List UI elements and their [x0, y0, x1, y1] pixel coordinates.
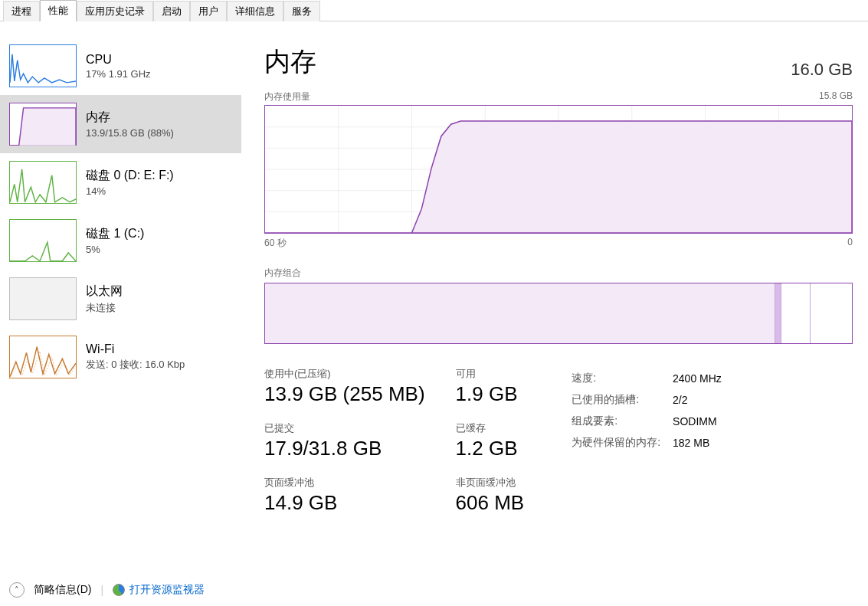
sidebar-item-sub: 未连接 [86, 301, 232, 315]
tab-startup[interactable]: 启动 [153, 1, 190, 21]
sidebar-item-label: 磁盘 0 (D: E: F:) [86, 168, 232, 184]
sidebar-item-label: 磁盘 1 (C:) [86, 226, 232, 242]
memory-specs: 速度: 2400 MHz 已使用的插槽: 2/2 组成要素: SODIMM 为硬… [570, 367, 734, 515]
stat-label: 使用中(已压缩) [264, 367, 425, 381]
composition-in-use [265, 283, 775, 343]
sidebar-item-disk-0[interactable]: 磁盘 0 (D: E: F:) 14% [0, 153, 241, 211]
wifi-sparkline-icon [9, 336, 77, 378]
performance-sidebar: CPU 17% 1.91 GHz 内存 13.9/15.8 GB (88%) 磁… [0, 21, 241, 574]
stat-label: 已提交 [264, 421, 425, 435]
sidebar-item-memory[interactable]: 内存 13.9/15.8 GB (88%) [0, 95, 241, 153]
sidebar-item-label: 内存 [86, 110, 232, 126]
stat-value: 17.9/31.8 GB [264, 437, 425, 460]
stat-value: 13.9 GB (255 MB) [264, 382, 425, 406]
chart-label-left: 内存使用量 [264, 90, 310, 103]
chevron-up-icon[interactable]: ˄ [9, 582, 25, 598]
sidebar-item-sub: 13.9/15.8 GB (88%) [86, 127, 232, 139]
chart-x-left: 60 秒 [264, 237, 287, 250]
tab-strip: 进程 性能 应用历史记录 启动 用户 详细信息 服务 [0, 0, 868, 21]
open-resource-monitor-link[interactable]: 打开资源监视器 [113, 583, 205, 597]
memory-composition-bar [264, 283, 853, 344]
spec-speed-label: 速度: [572, 369, 671, 388]
sidebar-item-label: Wi-Fi [86, 342, 232, 356]
stat-label: 已缓存 [456, 421, 525, 435]
memory-sparkline-icon [9, 103, 77, 146]
sidebar-item-wifi[interactable]: Wi-Fi 发送: 0 接收: 16.0 Kbp [0, 328, 241, 386]
stat-value: 606 MB [456, 491, 525, 515]
stat-in-use: 使用中(已压缩) 13.9 GB (255 MB) [264, 367, 425, 406]
stat-value: 1.2 GB [456, 437, 525, 460]
composition-free [811, 283, 852, 343]
memory-total: 16.0 GB [791, 60, 853, 80]
disk-sparkline-icon [9, 161, 77, 204]
memory-usage-chart [264, 105, 853, 234]
stat-committed: 已提交 17.9/31.8 GB [264, 421, 425, 460]
spec-form-value: SODIMM [673, 411, 732, 431]
stat-value: 14.9 GB [264, 491, 425, 515]
separator: | [100, 584, 103, 596]
spec-slots-value: 2/2 [673, 390, 732, 410]
stat-label: 页面缓冲池 [264, 476, 425, 490]
tab-performance[interactable]: 性能 [40, 0, 77, 21]
sidebar-item-sub: 发送: 0 接收: 16.0 Kbp [86, 358, 232, 372]
stat-label: 非页面缓冲池 [456, 476, 525, 490]
sidebar-item-sub: 5% [86, 244, 232, 255]
page-title: 内存 [264, 44, 316, 80]
stat-cached: 已缓存 1.2 GB [456, 421, 525, 460]
composition-standby [781, 283, 811, 343]
sidebar-item-ethernet[interactable]: 以太网 未连接 [0, 270, 241, 328]
performance-detail: 内存 16.0 GB 内存使用量 15.8 GB [241, 21, 868, 574]
sidebar-item-label: CPU [86, 53, 232, 67]
ethernet-sparkline-icon [9, 277, 77, 320]
cpu-sparkline-icon [9, 44, 77, 87]
sidebar-item-sub: 14% [86, 185, 232, 197]
stat-label: 可用 [456, 367, 525, 381]
tab-users[interactable]: 用户 [190, 1, 227, 21]
composition-label: 内存组合 [264, 267, 853, 280]
stat-available: 可用 1.9 GB [456, 367, 525, 406]
footer-bar: ˄ 简略信息(D) | 打开资源监视器 [0, 574, 868, 606]
spec-reserved-value: 182 MB [673, 433, 732, 453]
tab-app-history[interactable]: 应用历史记录 [77, 1, 153, 21]
tab-details[interactable]: 详细信息 [227, 1, 283, 21]
fewer-details-label: 简略信息(D) [34, 583, 91, 597]
stat-nonpaged: 非页面缓冲池 606 MB [456, 476, 525, 515]
resource-monitor-icon [113, 584, 125, 596]
sidebar-item-label: 以太网 [86, 283, 232, 300]
sidebar-item-cpu[interactable]: CPU 17% 1.91 GHz [0, 37, 241, 95]
tab-services[interactable]: 服务 [283, 1, 320, 21]
chart-label-right: 15.8 GB [819, 90, 853, 103]
spec-reserved-label: 为硬件保留的内存: [572, 433, 671, 453]
fewer-details-link[interactable]: 简略信息(D) [34, 583, 91, 597]
stat-value: 1.9 GB [456, 382, 525, 406]
sidebar-item-sub: 17% 1.91 GHz [86, 68, 232, 80]
tab-processes[interactable]: 进程 [3, 1, 40, 21]
chart-x-right: 0 [847, 237, 853, 250]
spec-slots-label: 已使用的插槽: [572, 390, 671, 410]
sidebar-item-disk-1[interactable]: 磁盘 1 (C:) 5% [0, 211, 241, 270]
open-resmon-label: 打开资源监视器 [129, 583, 205, 597]
stat-paged: 页面缓冲池 14.9 GB [264, 476, 425, 515]
disk-sparkline-icon [9, 219, 77, 262]
spec-speed-value: 2400 MHz [673, 369, 732, 388]
spec-form-label: 组成要素: [572, 411, 671, 431]
composition-modified [775, 283, 781, 343]
